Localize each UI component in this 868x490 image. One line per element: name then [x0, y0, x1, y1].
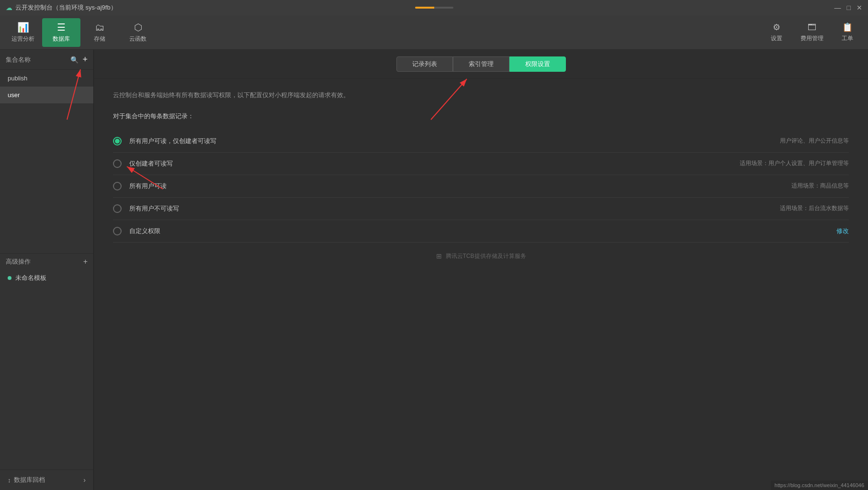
backup-arrow: ›	[83, 476, 86, 484]
permission-label-all-read-creator-write: 所有用户可读，仅创建者可读写	[129, 137, 780, 145]
sidebar-header-label: 集合名称	[6, 56, 67, 64]
maximize-button[interactable]: □	[847, 4, 851, 11]
sidebar-item-publish[interactable]: publish	[0, 70, 93, 87]
main-layout: 集合名称 🔍 + publish user 高级操作 + 未命名模板 ↕ 数据库…	[0, 50, 868, 490]
permission-hint-all-read: 适用场景：商品信息等	[791, 182, 849, 190]
permission-option-creator-only[interactable]: 仅创建者可读写 适用场景：用户个人设置、用户订单管理等	[113, 153, 849, 175]
permission-hint-creator-only: 适用场景：用户个人设置、用户订单管理等	[740, 159, 849, 167]
sidebar-header: 集合名称 🔍 +	[0, 50, 93, 70]
toolbar-item-database[interactable]: ☰ 数据库	[42, 18, 80, 47]
permission-modify-button[interactable]: 修改	[836, 227, 849, 235]
radio-none[interactable]	[113, 204, 122, 213]
settings-label: 设置	[771, 34, 782, 43]
tab-index-mgmt[interactable]: 索引管理	[453, 56, 509, 72]
app-icon: ☁	[6, 4, 12, 11]
billing-icon: 🗔	[808, 22, 816, 33]
toolbar-item-settings[interactable]: ⚙ 设置	[760, 18, 793, 47]
radio-all-read-creator-write[interactable]	[113, 137, 122, 145]
loading-progress	[415, 7, 453, 9]
minimize-button[interactable]: —	[834, 4, 841, 11]
tab-record-list-label: 记录列表	[412, 60, 437, 67]
permission-option-none[interactable]: 所有用户不可读写 适用场景：后台流水数据等	[113, 198, 849, 220]
template-dot	[8, 276, 11, 280]
sidebar-item-publish-label: publish	[8, 75, 27, 82]
workorder-label: 工单	[842, 34, 853, 43]
tab-permission-label: 权限设置	[525, 60, 550, 67]
permission-label-all-read: 所有用户可读	[129, 182, 791, 190]
footer-text: 腾讯云TCB提供存储及计算服务	[446, 252, 526, 260]
url-bar: https://blog.csdn.net/weixin_44146046	[771, 480, 868, 490]
tab-bar: 记录列表 索引管理 权限设置	[94, 50, 868, 79]
radio-all-read[interactable]	[113, 182, 122, 190]
toolbar: 📊 运营分析 ☰ 数据库 🗂 存储 ⬡ 云函数 ⚙ 设置 🗔 费用管理 📋 工单	[0, 15, 868, 50]
sidebar-spacer	[0, 286, 93, 469]
advanced-add-button[interactable]: +	[83, 257, 88, 266]
backup-text: ↕ 数据库回档	[8, 476, 45, 484]
close-button[interactable]: ✕	[857, 4, 862, 11]
workorder-icon: 📋	[842, 22, 853, 33]
permission-label-none: 所有用户不可读写	[129, 204, 780, 213]
radio-custom[interactable]	[113, 227, 122, 235]
database-icon: ☰	[57, 22, 66, 33]
sidebar: 集合名称 🔍 + publish user 高级操作 + 未命名模板 ↕ 数据库…	[0, 50, 94, 490]
settings-icon: ⚙	[773, 22, 780, 33]
sidebar-item-user[interactable]: user	[0, 87, 93, 103]
permission-option-all-read[interactable]: 所有用户可读 适用场景：商品信息等	[113, 175, 849, 198]
permission-hint-none: 适用场景：后台流水数据等	[780, 204, 849, 212]
content-area: 记录列表 索引管理 权限设置 云控制台和服务端始终有所有数据读写权限，以下配置仅…	[94, 50, 868, 490]
toolbar-right: ⚙ 设置 🗔 费用管理 📋 工单	[760, 18, 864, 47]
tab-index-mgmt-label: 索引管理	[469, 60, 494, 67]
sidebar-items: publish user	[0, 70, 93, 253]
tcb-logo: ⊞	[436, 252, 442, 260]
storage-label: 存储	[94, 35, 105, 43]
sidebar-bottom-backup[interactable]: ↕ 数据库回档 ›	[0, 469, 93, 490]
toolbar-item-analytics[interactable]: 📊 运营分析	[4, 18, 42, 47]
window-controls: — □ ✕	[834, 4, 862, 11]
permission-section-title: 对于集合中的每条数据记录：	[113, 112, 849, 121]
add-collection-button[interactable]: +	[82, 55, 88, 65]
radio-creator-only[interactable]	[113, 159, 122, 168]
toolbar-item-billing[interactable]: 🗔 费用管理	[795, 18, 829, 47]
toolbar-item-workorder[interactable]: 📋 工单	[831, 18, 864, 47]
backup-icon: ↕	[8, 477, 11, 484]
progress-bar	[415, 7, 434, 9]
analytics-label: 运营分析	[11, 35, 34, 43]
functions-label: 云函数	[129, 35, 147, 43]
template-item[interactable]: 未命名模板	[0, 270, 93, 286]
toolbar-item-functions[interactable]: ⬡ 云函数	[119, 18, 157, 47]
tab-record-list[interactable]: 记录列表	[396, 56, 453, 72]
backup-label: 数据库回档	[14, 476, 45, 484]
window-title: 云开发控制台（当前环境 sys-aj9fb）	[15, 3, 117, 12]
permission-hint-all-read-creator-write: 用户评论、用户公开信息等	[780, 137, 849, 145]
database-label: 数据库	[53, 35, 70, 43]
billing-label: 费用管理	[800, 34, 823, 43]
permission-option-custom[interactable]: 自定义权限 修改	[113, 220, 849, 243]
permission-notice: 云控制台和服务端始终有所有数据读写权限，以下配置仅对小程序端发起的请求有效。	[113, 90, 849, 100]
footer: ⊞ 腾讯云TCB提供存储及计算服务	[113, 243, 849, 270]
permission-label-custom: 自定义权限	[129, 227, 836, 235]
permission-content: 云控制台和服务端始终有所有数据读写权限，以下配置仅对小程序端发起的请求有效。 对…	[94, 79, 868, 490]
tab-permission[interactable]: 权限设置	[509, 56, 566, 72]
functions-icon: ⬡	[134, 22, 142, 33]
advanced-label: 高级操作	[6, 257, 31, 266]
advanced-section: 高级操作 +	[0, 253, 93, 270]
analytics-icon: 📊	[17, 22, 29, 33]
title-bar: ☁ 云开发控制台（当前环境 sys-aj9fb） — □ ✕	[0, 0, 868, 15]
template-label: 未命名模板	[15, 274, 46, 282]
sidebar-item-user-label: user	[8, 91, 20, 99]
permission-option-all-read-creator-write[interactable]: 所有用户可读，仅创建者可读写 用户评论、用户公开信息等	[113, 130, 849, 153]
storage-icon: 🗂	[95, 22, 104, 33]
search-icon[interactable]: 🔍	[70, 56, 79, 64]
permission-label-creator-only: 仅创建者可读写	[129, 159, 740, 168]
toolbar-item-storage[interactable]: 🗂 存储	[80, 18, 119, 47]
